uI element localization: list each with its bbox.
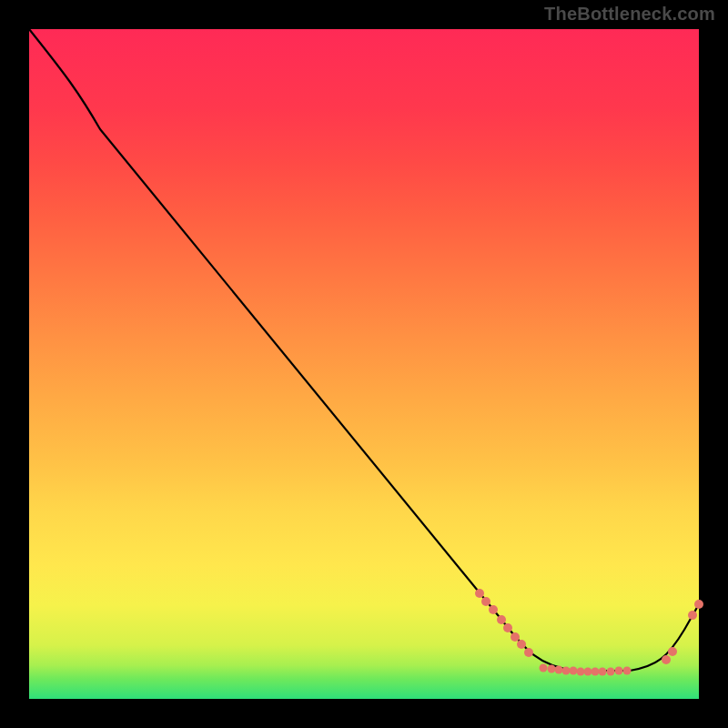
data-dot bbox=[570, 667, 578, 675]
data-dot bbox=[615, 667, 623, 675]
data-dot bbox=[517, 640, 526, 649]
plot-area bbox=[29, 29, 699, 699]
data-dot bbox=[475, 589, 484, 598]
data-dot bbox=[497, 615, 506, 624]
data-dot bbox=[592, 668, 600, 676]
data-dot bbox=[489, 605, 498, 614]
data-dot bbox=[607, 668, 615, 676]
data-dot bbox=[688, 611, 697, 620]
data-dot bbox=[562, 667, 571, 675]
data-dot bbox=[503, 623, 512, 632]
curve-svg bbox=[29, 29, 699, 699]
data-dot bbox=[577, 668, 585, 676]
data-dot bbox=[623, 667, 632, 675]
data-dot bbox=[599, 668, 607, 676]
bottleneck-curve bbox=[29, 29, 699, 671]
data-dot bbox=[511, 632, 520, 642]
watermark-text: TheBottleneck.com bbox=[544, 4, 715, 25]
data-dot bbox=[524, 648, 533, 657]
data-dot bbox=[548, 665, 556, 673]
data-dot bbox=[584, 668, 592, 676]
chart-frame: TheBottleneck.com bbox=[0, 0, 728, 728]
data-dot bbox=[555, 666, 563, 674]
data-dot bbox=[694, 600, 703, 609]
data-dot bbox=[668, 647, 677, 656]
data-dot bbox=[540, 664, 548, 672]
data-dot bbox=[662, 655, 671, 664]
data-dot bbox=[481, 597, 490, 606]
